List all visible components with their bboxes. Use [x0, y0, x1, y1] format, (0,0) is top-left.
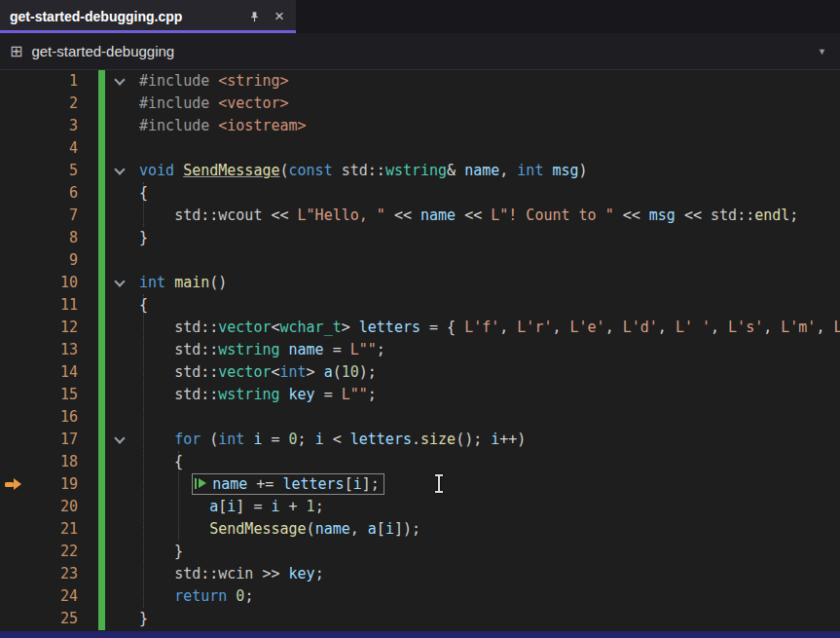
code-line[interactable]: 6{	[0, 182, 840, 205]
cpp-file-icon: ⊞	[10, 44, 22, 59]
tab-bar: get-started-debugging.cpp ×	[0, 0, 840, 33]
line-number[interactable]: 21	[0, 518, 78, 541]
line-number[interactable]: 22	[0, 541, 78, 563]
code-text: #include <iostream>	[139, 115, 307, 137]
code-text: }	[139, 227, 148, 249]
code-line[interactable]: 10int main()	[0, 272, 840, 294]
code-text: SendMessage(name, a[i]);	[139, 518, 420, 541]
code-text: {	[139, 451, 183, 473]
code-text: for (int i = 0; i < letters.size(); i++)	[139, 429, 526, 451]
fold-chevron-icon[interactable]	[114, 74, 125, 85]
code-text: std::wstring name = L"";	[139, 339, 385, 361]
line-number[interactable]: 15	[0, 384, 78, 406]
line-number[interactable]: 6	[0, 182, 78, 205]
code-area: 1#include <string>2#include <vector>3#in…	[0, 70, 840, 630]
code-text: void SendMessage(const std::wstring& nam…	[139, 160, 588, 182]
code-line[interactable]: 17 for (int i = 0; i < letters.size(); i…	[0, 429, 840, 451]
code-line[interactable]: 15 std::wstring key = L"";	[0, 384, 840, 406]
line-number[interactable]: 10	[0, 272, 78, 294]
status-bar-strip	[0, 631, 840, 638]
line-number[interactable]: 24	[0, 585, 78, 608]
line-number[interactable]: 14	[0, 361, 78, 384]
vs-editor-window: get-started-debugging.cpp × ⊞ get-starte…	[0, 0, 840, 638]
line-number[interactable]: 19	[0, 473, 78, 496]
code-line[interactable]: 24 return 0;	[0, 585, 840, 608]
code-text: {	[139, 294, 148, 317]
chevron-down-icon[interactable]: ▼	[818, 47, 830, 56]
code-line[interactable]: 5void SendMessage(const std::wstring& na…	[0, 160, 840, 182]
code-text: std::vector<wchar_t> letters = { L'f', L…	[139, 317, 840, 339]
mouse-ibeam-cursor	[434, 474, 444, 494]
code-text: return 0;	[139, 585, 253, 608]
document-tab[interactable]: get-started-debugging.cpp ×	[0, 0, 296, 33]
current-statement-box: name += letters[i];	[192, 473, 384, 495]
code-line[interactable]: 4	[0, 137, 840, 160]
line-number[interactable]: 25	[0, 608, 78, 630]
code-line[interactable]: 16	[0, 406, 840, 429]
line-number[interactable]: 16	[0, 406, 78, 429]
line-number[interactable]: 8	[0, 227, 78, 249]
code-line[interactable]: 18 {	[0, 451, 840, 473]
line-number[interactable]: 5	[0, 160, 78, 182]
code-text: std::wcout << L"Hello, " << name << L"! …	[139, 205, 798, 227]
code-text: {	[139, 182, 148, 205]
code-text: #include <string>	[139, 70, 289, 93]
code-line[interactable]: 1#include <string>	[0, 70, 840, 93]
line-number[interactable]: 23	[0, 563, 78, 585]
code-text: std::wcin >> key;	[139, 563, 324, 585]
code-line[interactable]: 25}	[0, 608, 840, 630]
code-line[interactable]: 7 std::wcout << L"Hello, " << name << L"…	[0, 205, 840, 227]
code-line[interactable]: 3#include <iostream>	[0, 115, 840, 137]
fold-chevron-icon[interactable]	[114, 164, 125, 174]
line-number[interactable]: 11	[0, 294, 78, 317]
tab-title: get-started-debugging.cpp	[10, 9, 237, 24]
fold-chevron-icon[interactable]	[114, 276, 125, 286]
line-number[interactable]: 17	[0, 429, 78, 451]
code-line[interactable]: 13 std::wstring name = L"";	[0, 339, 840, 361]
line-number[interactable]: 3	[0, 115, 78, 137]
code-text: #include <vector>	[139, 93, 289, 115]
code-text: std::vector<int> a(10);	[139, 361, 377, 384]
code-text: }	[139, 608, 148, 630]
code-line[interactable]: 2#include <vector>	[0, 93, 840, 115]
line-number[interactable]: 1	[0, 70, 78, 93]
code-line[interactable]: 14 std::vector<int> a(10);	[0, 361, 840, 384]
line-number[interactable]: 4	[0, 137, 78, 160]
code-text: a[i] = i + 1;	[139, 496, 324, 518]
navigation-bar[interactable]: ⊞ get-started-debugging ▼	[0, 33, 840, 70]
code-editor: 1#include <string>2#include <vector>3#in…	[0, 70, 840, 631]
line-number[interactable]: 18	[0, 451, 78, 473]
code-text: }	[139, 541, 183, 563]
nav-file-name: get-started-debugging	[31, 43, 809, 59]
code-text: name += letters[i];	[139, 473, 384, 496]
code-line[interactable]: 9	[0, 249, 840, 272]
close-icon[interactable]: ×	[271, 8, 288, 25]
code-text: int main()	[139, 272, 227, 294]
line-number[interactable]: 20	[0, 496, 78, 518]
pin-icon[interactable]	[245, 8, 263, 25]
code-line[interactable]: 12 std::vector<wchar_t> letters = { L'f'…	[0, 317, 840, 339]
change-tracking-bar	[98, 70, 105, 630]
code-line[interactable]: 21 SendMessage(name, a[i]);	[0, 518, 840, 541]
fold-chevron-icon[interactable]	[114, 432, 125, 443]
code-line[interactable]: 20 a[i] = i + 1;	[0, 496, 840, 518]
line-number[interactable]: 9	[0, 249, 78, 272]
line-number[interactable]: 12	[0, 317, 78, 339]
run-to-click-icon[interactable]	[195, 478, 208, 489]
code-line[interactable]: 11{	[0, 294, 840, 317]
code-line[interactable]: 23 std::wcin >> key;	[0, 563, 840, 585]
line-number[interactable]: 13	[0, 339, 78, 361]
line-number[interactable]: 7	[0, 205, 78, 227]
code-line[interactable]: 22 }	[0, 541, 840, 563]
code-text: std::wstring key = L"";	[139, 384, 377, 406]
line-number[interactable]: 2	[0, 93, 78, 115]
code-line[interactable]: 19 name += letters[i];	[0, 473, 840, 496]
code-line[interactable]: 8}	[0, 227, 840, 249]
